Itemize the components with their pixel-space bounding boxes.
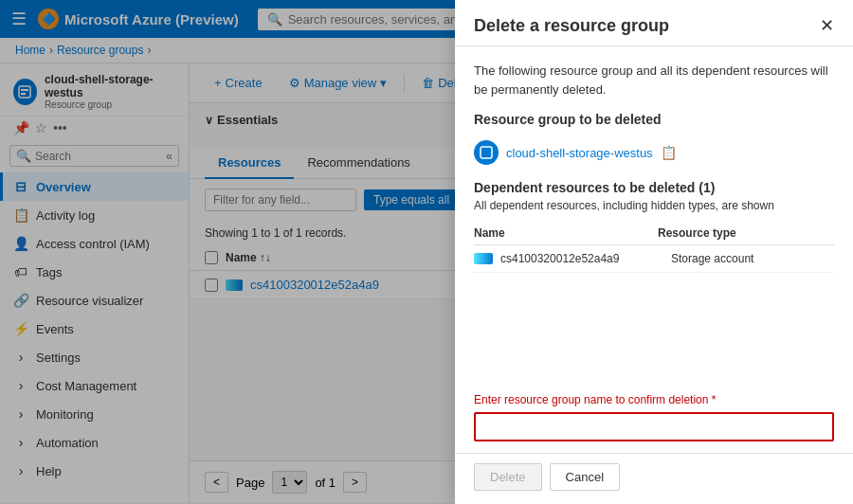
dialog-row-type: Storage account	[671, 252, 834, 265]
dialog-body: The following resource group and all its…	[455, 46, 853, 393]
dialog-resource-item: cloud-shell-storage-westus 📋	[474, 135, 834, 171]
dialog-delete-button[interactable]: Delete	[474, 463, 542, 491]
dialog-resource-name: cloud-shell-storage-westus	[506, 146, 653, 160]
dialog-col-name: Name	[474, 226, 650, 240]
svg-rect-3	[481, 147, 492, 158]
dependent-subtitle: All dependent resources, including hidde…	[474, 199, 834, 212]
dialog-header: Delete a resource group ✕	[455, 0, 853, 46]
resource-group-section-title: Resource group to be deleted	[474, 112, 834, 127]
dialog-row-icon	[474, 253, 493, 264]
dialog-title: Delete a resource group	[474, 16, 669, 36]
dependent-section-title: Dependent resources to be deleted (1)	[474, 180, 834, 195]
dialog-footer: Delete Cancel	[455, 453, 853, 503]
dialog-table-row: cs4100320012e52a4a9 Storage account	[474, 245, 834, 273]
dialog-confirm-section: Enter resource group name to confirm del…	[455, 393, 853, 453]
copy-icon[interactable]: 📋	[661, 145, 677, 160]
dialog-col-type: Resource type	[658, 226, 834, 240]
required-indicator: *	[712, 393, 717, 406]
delete-dialog: Delete a resource group ✕ The following …	[455, 0, 853, 503]
dialog-confirm-label: Enter resource group name to confirm del…	[474, 393, 834, 406]
dialog-row-name: cs4100320012e52a4a9	[500, 252, 663, 265]
dialog-close-button[interactable]: ✕	[820, 15, 834, 36]
dialog-confirm-input[interactable]	[474, 412, 834, 441]
main-layout: cloud-shell-storage-westus Resource grou…	[0, 63, 853, 503]
dialog-table-header: Name Resource type	[474, 222, 834, 245]
dialog-resource-icon	[474, 140, 499, 165]
dialog-warning: The following resource group and all its…	[474, 62, 834, 99]
dialog-overlay: Delete a resource group ✕ The following …	[0, 0, 853, 503]
dialog-cancel-button[interactable]: Cancel	[550, 463, 620, 491]
